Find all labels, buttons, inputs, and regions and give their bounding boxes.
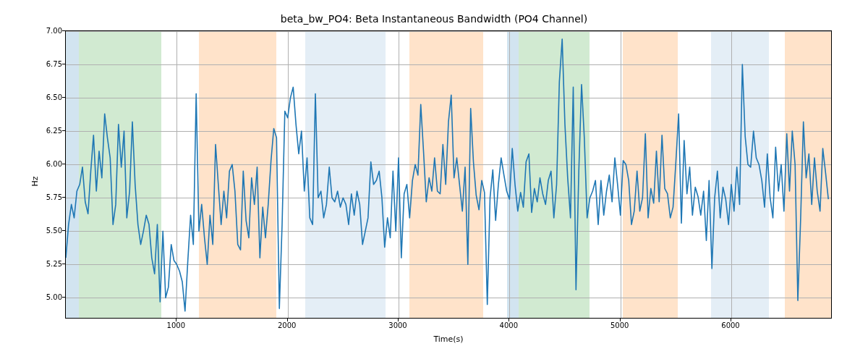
x-tick-label: 2000 xyxy=(265,321,309,329)
y-axis-label: Hz xyxy=(27,0,42,362)
figure: beta_bw_PO4: Beta Instantaneous Bandwidt… xyxy=(0,0,868,362)
y-tick-label: 6.75 xyxy=(19,60,62,68)
line-series xyxy=(66,31,831,318)
x-tick-label: 6000 xyxy=(709,321,752,329)
y-tick-mark xyxy=(62,197,65,198)
x-tick-mark xyxy=(398,319,399,321)
y-tick-label: 5.00 xyxy=(19,293,62,301)
y-tick-mark xyxy=(62,264,65,264)
y-tick-mark xyxy=(62,64,65,64)
y-tick-mark xyxy=(62,97,65,98)
x-tick-label: 1000 xyxy=(154,321,197,329)
x-tick-mark xyxy=(509,319,509,321)
x-tick-label: 5000 xyxy=(598,321,642,329)
y-tick-label: 5.75 xyxy=(19,193,62,201)
y-tick-mark xyxy=(62,297,65,298)
x-axis-label: Time(s) xyxy=(65,334,832,344)
y-tick-mark xyxy=(62,230,65,231)
x-tick-label: 4000 xyxy=(487,321,530,329)
y-tick-mark xyxy=(62,130,65,131)
y-tick-label: 6.00 xyxy=(19,160,62,168)
plot-area xyxy=(65,30,832,319)
x-tick-mark xyxy=(176,319,176,321)
x-tick-label: 3000 xyxy=(376,321,420,329)
y-tick-mark xyxy=(62,30,65,31)
y-tick-label: 6.50 xyxy=(19,93,62,101)
x-tick-mark xyxy=(287,319,288,321)
y-tick-label: 5.50 xyxy=(19,227,62,235)
y-tick-mark xyxy=(62,164,65,164)
y-tick-label: 5.25 xyxy=(19,260,62,268)
y-tick-label: 7.00 xyxy=(19,27,62,35)
y-tick-label: 6.25 xyxy=(19,127,62,135)
x-tick-mark xyxy=(731,319,731,321)
chart-title: beta_bw_PO4: Beta Instantaneous Bandwidt… xyxy=(0,13,868,25)
x-tick-mark xyxy=(620,319,621,321)
